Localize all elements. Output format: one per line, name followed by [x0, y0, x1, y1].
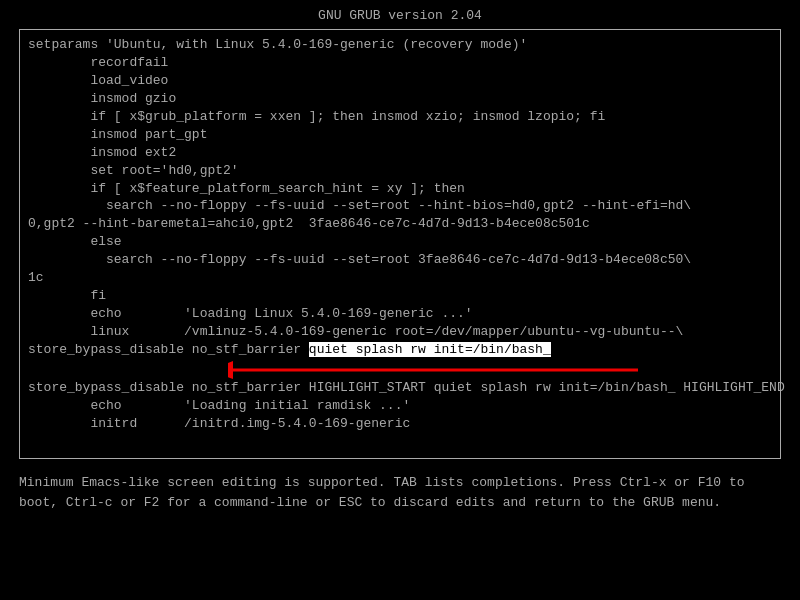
code-line: insmod ext2 — [28, 144, 772, 162]
code-line: recordfail — [28, 54, 772, 72]
red-arrow — [228, 359, 648, 381]
grub-title: GNU GRUB version 2.04 — [0, 0, 800, 29]
code-line: linux /vmlinuz-5.4.0-169-generic root=/d… — [28, 323, 772, 341]
code-line: store_bypass_disable no_stf_barrier quie… — [28, 341, 772, 359]
code-line: 0,gpt2 --hint-baremetal=ahci0,gpt2 3fae8… — [28, 215, 772, 233]
highlighted-text: quiet splash rw init=/bin/bash_ — [309, 342, 551, 357]
code-line: fi — [28, 287, 772, 305]
code-line: initrd /initrd.img-5.4.0-169-generic — [28, 415, 772, 433]
code-before-highlight: store_bypass_disable no_stf_barrier — [28, 342, 309, 357]
code-line: search --no-floppy --fs-uuid --set=root … — [28, 197, 772, 215]
code-line: echo 'Loading Linux 5.4.0-169-generic ..… — [28, 305, 772, 323]
code-line: echo 'Loading initial ramdisk ...' — [28, 397, 772, 415]
code-line: if [ x$grub_platform = xxen ]; then insm… — [28, 108, 772, 126]
code-line: search --no-floppy --fs-uuid --set=root … — [28, 251, 772, 269]
code-line: insmod gzio — [28, 90, 772, 108]
code-line: 1c — [28, 269, 772, 287]
arrow-row — [28, 359, 772, 379]
code-line: setparams 'Ubuntu, with Linux 5.4.0-169-… — [28, 36, 772, 54]
code-line: load_video — [28, 72, 772, 90]
code-line: if [ x$feature_platform_search_hint = xy… — [28, 180, 772, 198]
footer-text: Minimum Emacs-like screen editing is sup… — [19, 475, 745, 510]
grub-footer: Minimum Emacs-like screen editing is sup… — [19, 473, 781, 512]
code-line: store_bypass_disable no_stf_barrier HIGH… — [28, 379, 772, 397]
code-line: set root='hd0,gpt2' — [28, 162, 772, 180]
code-line: insmod part_gpt — [28, 126, 772, 144]
grub-editor-box[interactable]: setparams 'Ubuntu, with Linux 5.4.0-169-… — [19, 29, 781, 459]
code-line: else — [28, 233, 772, 251]
